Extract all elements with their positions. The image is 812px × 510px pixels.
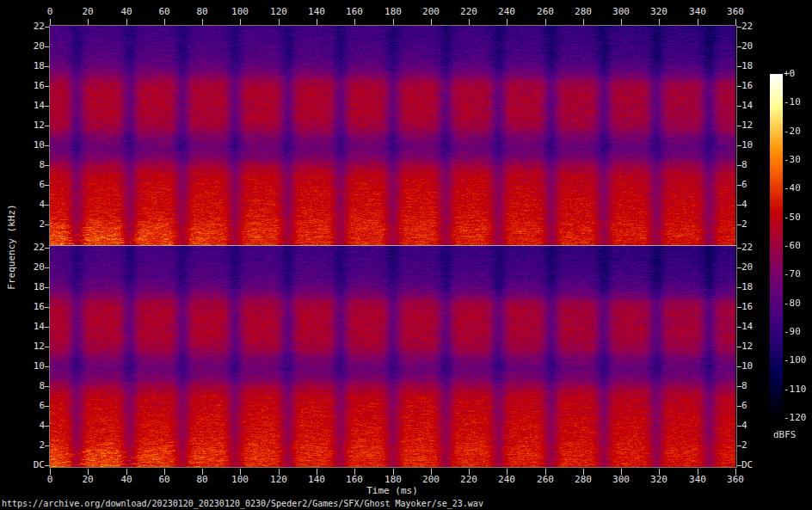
freq-tick-mark: [45, 366, 49, 367]
spectrogram-figure: Frequency (kHz) 020406080100120140160180…: [0, 0, 812, 510]
x-tick-label: 340: [678, 7, 717, 17]
colorbar-tick-label: -10: [784, 97, 812, 108]
freq-tick-mark: [45, 465, 49, 466]
freq-tick-label: 2: [14, 440, 45, 451]
freq-tick-mark: [45, 46, 49, 47]
freq-tick-mark: [45, 347, 49, 347]
freq-tick-label: 8: [14, 160, 45, 170]
x-tick-label: 180: [373, 7, 413, 17]
x-tick-label: 280: [563, 7, 603, 17]
freq-tick-label: 14: [741, 322, 772, 332]
freq-tick-label: 16: [741, 302, 772, 312]
freq-tick-mark: [45, 406, 49, 407]
colorbar-unit-label: dBFS: [773, 430, 797, 440]
freq-tick-label: DC: [14, 460, 45, 470]
x-tick-label: 260: [526, 7, 565, 17]
colorbar-tick-label: -40: [784, 183, 812, 194]
x-tick-label: 340: [678, 475, 717, 485]
freq-tick-label: 10: [741, 361, 772, 372]
x-tick-mark: [354, 19, 355, 25]
x-tick-label: 220: [449, 7, 489, 17]
freq-tick-label: 6: [741, 180, 772, 190]
freq-tick-label: 2: [741, 440, 772, 451]
colorbar-tick-label: -120: [784, 413, 812, 423]
x-tick-label: 240: [487, 475, 526, 485]
colorbar-tick-label: -90: [784, 327, 812, 337]
colorbar: [770, 74, 783, 418]
freq-tick-label: 16: [14, 302, 45, 312]
freq-tick-label: 16: [741, 81, 772, 91]
x-tick-label: 80: [182, 7, 222, 17]
freq-tick-mark: [45, 445, 49, 446]
freq-tick-mark: [45, 386, 49, 387]
x-tick-mark: [545, 19, 546, 25]
x-tick-mark: [621, 19, 622, 25]
x-tick-label: 100: [220, 475, 260, 485]
freq-tick-label: 14: [741, 101, 772, 111]
x-tick-mark: [583, 19, 584, 25]
freq-tick-label: 22: [741, 243, 772, 253]
freq-tick-label: 20: [14, 41, 45, 52]
x-tick-mark: [469, 19, 470, 25]
freq-tick-label: 6: [14, 401, 45, 411]
freq-tick-mark: [45, 267, 49, 268]
freq-tick-mark: [45, 248, 49, 249]
freq-tick-mark: [45, 224, 49, 225]
colorbar-tick-label: -60: [784, 241, 812, 251]
x-tick-mark: [50, 19, 51, 25]
x-tick-label: 360: [716, 475, 755, 485]
x-tick-mark: [164, 19, 165, 25]
freq-tick-mark: [45, 287, 49, 288]
x-tick-label: 120: [259, 7, 298, 17]
x-tick-label: 160: [335, 475, 374, 485]
freq-tick-mark: [45, 27, 49, 28]
freq-tick-label: 12: [741, 341, 772, 352]
freq-tick-mark: [45, 145, 49, 146]
freq-tick-label: 2: [741, 219, 772, 230]
x-tick-mark: [735, 19, 736, 25]
x-tick-mark: [279, 19, 280, 25]
freq-tick-label: 2: [14, 219, 45, 230]
x-tick-mark: [202, 19, 203, 25]
freq-tick-label: 10: [741, 140, 772, 151]
x-tick-label: 40: [107, 475, 146, 485]
source-url: https://archive.org/download/20230120_20…: [2, 499, 483, 509]
freq-tick-label: 4: [741, 200, 772, 210]
x-tick-label: 20: [68, 475, 108, 485]
freq-tick-label: 16: [14, 81, 45, 91]
freq-tick-label: 6: [14, 180, 45, 190]
colorbar-tick-label: -100: [784, 355, 812, 366]
freq-tick-mark: [45, 307, 49, 308]
colorbar-tick-label: +0: [784, 69, 812, 79]
spectrogram-channel-2: [50, 246, 735, 467]
x-tick-mark: [88, 19, 89, 25]
x-tick-label: 20: [68, 7, 108, 17]
freq-tick-label: 14: [14, 322, 45, 332]
x-tick-label: 80: [182, 475, 222, 485]
colorbar-tick-label: -110: [784, 384, 812, 395]
freq-tick-label: 22: [14, 243, 45, 253]
x-axis-title: Time (ms): [358, 486, 427, 496]
freq-tick-mark: [45, 86, 49, 87]
colorbar-tick-label: -70: [784, 269, 812, 280]
freq-tick-mark: [45, 185, 49, 186]
x-tick-label: 320: [639, 475, 679, 485]
x-tick-label: 60: [145, 475, 184, 485]
freq-tick-mark: [45, 426, 49, 427]
freq-tick-label: 14: [14, 101, 45, 111]
x-tick-mark: [659, 19, 660, 25]
x-tick-mark: [317, 19, 317, 25]
freq-tick-mark: [45, 165, 49, 166]
freq-tick-mark: [45, 106, 49, 107]
x-tick-label: 200: [411, 7, 451, 17]
x-tick-label: 180: [373, 475, 413, 485]
spectrogram-channel-1: [50, 26, 735, 245]
x-tick-mark: [431, 19, 432, 25]
x-tick-label: 200: [411, 475, 451, 485]
x-tick-label: 300: [601, 7, 641, 17]
freq-tick-label: 22: [741, 22, 772, 32]
x-tick-label: 360: [716, 7, 755, 17]
freq-tick-label: 8: [741, 381, 772, 391]
freq-tick-label: 18: [14, 61, 45, 71]
freq-tick-label: 18: [14, 282, 45, 292]
